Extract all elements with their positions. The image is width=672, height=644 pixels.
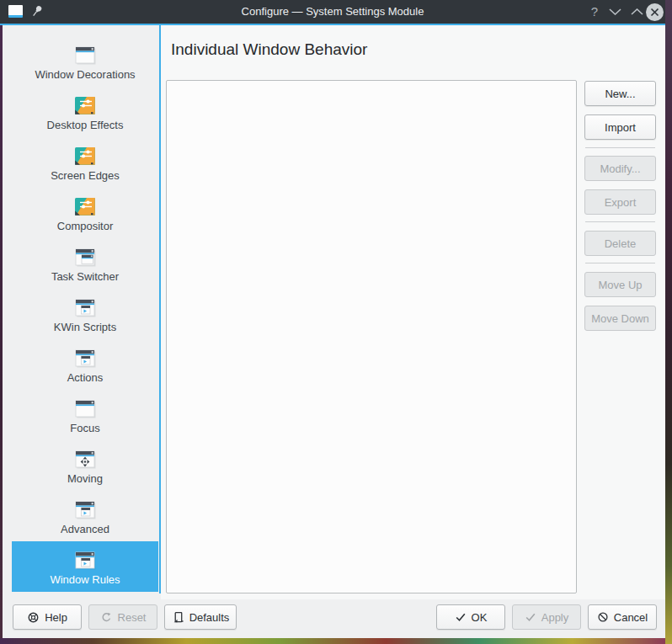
sidebar-item-label: Focus [70,422,99,434]
move-down-button[interactable]: Move Down [584,306,656,331]
window-title: Configure — System Settings Module [0,0,665,24]
focus-icon [71,396,99,421]
move-up-button[interactable]: Move Up [584,272,656,297]
sidebar-item-kwin-scripts[interactable]: KWin Scripts [12,289,158,339]
desktop-edge-left [0,25,3,644]
sidebar-item-label: Advanced [61,523,109,535]
sidebar-item-label: Window Rules [50,573,120,586]
sidebar-item-advanced[interactable]: Advanced [12,491,158,541]
modify-button[interactable]: Modify... [584,156,656,181]
page-title: Individual Window Behavior [171,40,367,59]
configure-dialog-window: Configure — System Settings Module ? [0,0,665,638]
sidebar-item-focus[interactable]: Focus [12,390,158,440]
ok-button[interactable]: OK [436,604,505,630]
kwin-scripts-icon [71,295,99,320]
reset-icon [100,611,113,624]
separator [585,221,655,222]
reset-button[interactable]: Reset [88,604,157,630]
button-label: Move Down [591,312,649,325]
sidebar-item-label: Screen Edges [51,169,120,182]
context-help-button[interactable]: ? [588,0,601,24]
sidebar-item-label: Window Decorations [35,68,135,81]
button-label: OK [472,611,488,624]
window-menu-icon[interactable] [8,5,23,18]
sidebar-item-label: Actions [67,371,104,384]
button-label: Delete [605,237,637,250]
close-icon[interactable] [646,3,664,21]
rules-list[interactable] [166,80,577,593]
button-label: Cancel [614,611,648,624]
sidebar-item-label: KWin Scripts [54,321,116,333]
delete-button[interactable]: Delete [584,231,656,256]
help-icon [27,611,40,624]
button-label: Import [605,121,636,134]
actions-icon [71,345,99,370]
cancel-icon [597,611,609,623]
sidebar-item-window-decorations[interactable]: Window Decorations [12,36,158,87]
help-button[interactable]: Help [13,604,82,630]
sidebar-item-compositor[interactable]: Compositor [12,188,158,238]
sidebar-item-desktop-effects[interactable]: Desktop Effects [12,87,158,137]
defaults-icon [172,611,184,624]
chevron-up-icon[interactable] [631,8,643,15]
desktop-effects-icon [71,93,99,118]
cancel-button[interactable]: Cancel [588,604,657,630]
button-label: Defaults [189,611,230,624]
advanced-icon [71,497,99,522]
separator [585,263,655,263]
button-label: Reset [118,611,147,624]
sidebar-item-label: Desktop Effects [47,119,124,131]
moving-icon [71,446,99,471]
pin-icon[interactable] [30,4,44,19]
chevron-down-icon[interactable] [609,8,621,15]
screen-edges-icon [71,143,99,168]
separator [585,147,655,148]
button-label: Help [45,611,67,624]
desktop-edge-right [665,0,672,644]
window-rules-icon [71,547,99,572]
sidebar-item-screen-edges[interactable]: Screen Edges [12,137,158,188]
sidebar-item-label: Compositor [57,220,113,232]
button-label: Move Up [598,279,642,291]
module-list: Window Decorations Desktop Effects [12,36,160,592]
sidebar-item-task-switcher[interactable]: Task Switcher [12,238,158,289]
apply-check-icon [525,611,536,623]
export-button[interactable]: Export [584,189,656,215]
import-button[interactable]: Import [584,114,656,140]
new-button[interactable]: New... [584,81,656,106]
button-label: Modify... [600,162,640,175]
button-label: New... [605,88,635,100]
sidebar-item-window-rules[interactable]: Window Rules [12,541,158,592]
window-decorations-icon [71,42,99,67]
compositor-icon [71,194,99,219]
defaults-button[interactable]: Defaults [164,604,237,630]
button-label: Export [605,196,637,209]
button-label: Apply [541,611,569,624]
sidebar-item-moving[interactable]: Moving [12,440,158,491]
titlebar: Configure — System Settings Module ? [0,0,665,24]
sidebar-item-label: Moving [67,472,103,485]
apply-button[interactable]: Apply [512,604,581,630]
task-switcher-icon [71,244,99,269]
sidebar-item-label: Task Switcher [51,270,119,283]
ok-check-icon [455,611,467,623]
sidebar-item-actions[interactable]: Actions [12,339,158,390]
desktop-edge-bottom [0,638,665,644]
